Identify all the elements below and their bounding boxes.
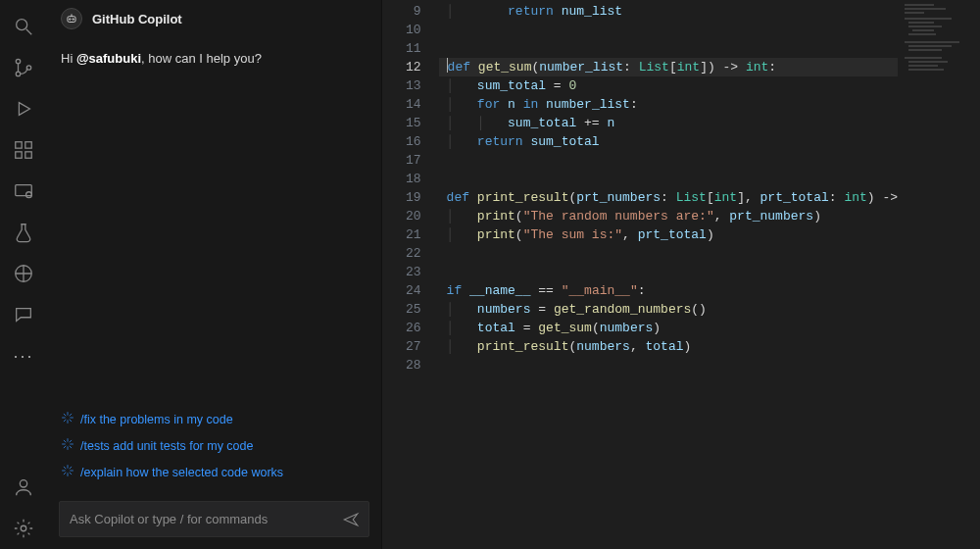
- extensions-icon[interactable]: [0, 129, 47, 171]
- code-line[interactable]: │ sum_total = 0: [439, 76, 898, 95]
- svg-line-1: [26, 29, 32, 35]
- copilot-suggestions: /fix the problems in my code/tests add u…: [47, 406, 381, 495]
- run-debug-icon[interactable]: [0, 88, 47, 129]
- svg-rect-8: [16, 152, 22, 158]
- line-number: 26: [382, 319, 439, 337]
- minimap-mark: [905, 57, 942, 59]
- greeting-pre: Hi: [61, 51, 76, 66]
- svg-rect-9: [25, 152, 31, 158]
- code-line[interactable]: def get_sum(number_list: List[int]) -> i…: [439, 58, 898, 76]
- copilot-title: GitHub Copilot: [92, 12, 182, 26]
- minimap-mark: [905, 4, 934, 6]
- minimap-mark: [908, 69, 944, 71]
- line-number: 18: [382, 170, 439, 188]
- suggestion-text: /fix the problems in my code: [80, 413, 233, 426]
- editor[interactable]: 910111213141516171819202122232425262728 …: [382, 0, 980, 549]
- code-line[interactable]: │ print("The random numbers are:", prt_n…: [439, 207, 898, 225]
- sparkle-icon: [61, 464, 74, 480]
- line-number: 24: [382, 281, 439, 300]
- copilot-suggestion[interactable]: /explain how the selected code works: [61, 459, 368, 485]
- copilot-input[interactable]: [60, 502, 333, 536]
- line-number: 15: [382, 114, 439, 132]
- line-number: 13: [382, 76, 439, 95]
- code-line[interactable]: │ return sum_total: [439, 132, 898, 151]
- minimap-mark: [905, 8, 946, 10]
- code-line[interactable]: │ return num_list: [439, 2, 898, 21]
- code-line[interactable]: [439, 356, 898, 374]
- code-line[interactable]: [439, 170, 898, 188]
- minimap-mark: [908, 25, 942, 27]
- suggestion-text: /explain how the selected code works: [80, 466, 283, 479]
- svg-point-11: [26, 192, 32, 198]
- svg-point-16: [69, 19, 71, 21]
- minimap-mark: [912, 29, 934, 31]
- minimap-mark: [908, 22, 934, 24]
- minimap-mark: [908, 49, 942, 51]
- code-line[interactable]: │ for n in number_list:: [439, 95, 898, 114]
- minimap[interactable]: [898, 0, 980, 549]
- search-icon[interactable]: [0, 6, 47, 47]
- accounts-icon[interactable]: [0, 467, 47, 508]
- send-icon[interactable]: [333, 511, 368, 528]
- sparkle-icon: [61, 437, 74, 454]
- copilot-robot-icon: [61, 8, 82, 29]
- svg-point-13: [20, 480, 26, 487]
- line-number: 9: [382, 2, 439, 21]
- code-line[interactable]: │ print("The sum is:", prt_total): [439, 225, 898, 244]
- line-number: 25: [382, 300, 439, 319]
- line-number: 21: [382, 225, 439, 244]
- suggestion-text: /tests add unit tests for my code: [80, 439, 253, 453]
- line-number-gutter: 910111213141516171819202122232425262728: [382, 0, 439, 549]
- code-line[interactable]: [439, 263, 898, 281]
- copilot-panel: GitHub Copilot Hi @safubuki, how can I h…: [47, 0, 382, 549]
- line-number: 19: [382, 188, 439, 207]
- line-number: 12: [382, 58, 439, 76]
- settings-gear-icon[interactable]: [0, 508, 47, 549]
- testing-icon[interactable]: [0, 212, 47, 253]
- copilot-input-row: [59, 501, 369, 537]
- code-line[interactable]: │ total = get_sum(numbers): [439, 319, 898, 337]
- minimap-mark: [905, 12, 924, 14]
- source-control-icon[interactable]: [0, 47, 47, 88]
- greeting-mention: @safubuki: [76, 51, 141, 66]
- minimap-mark: [905, 18, 952, 20]
- line-number: 28: [382, 356, 439, 374]
- copilot-suggestion[interactable]: /tests add unit tests for my code: [61, 432, 368, 459]
- svg-point-14: [21, 525, 26, 531]
- line-number: 16: [382, 132, 439, 151]
- minimap-mark: [908, 33, 936, 35]
- code-line[interactable]: [439, 244, 898, 263]
- code-line[interactable]: if __name__ == "__main__":: [439, 281, 898, 300]
- code-area[interactable]: │ return num_list def get_sum(number_lis…: [439, 0, 898, 549]
- line-number: 22: [382, 244, 439, 263]
- code-line[interactable]: [439, 21, 898, 39]
- svg-point-0: [17, 20, 27, 30]
- activity-bar: ···: [0, 0, 47, 549]
- svg-point-3: [16, 72, 20, 75]
- code-line[interactable]: │ numbers = get_random_numbers(): [439, 300, 898, 319]
- more-icon[interactable]: ···: [0, 335, 47, 376]
- svg-rect-6: [16, 142, 22, 148]
- chat-icon[interactable]: [0, 294, 47, 335]
- svg-rect-10: [16, 185, 32, 196]
- svg-marker-5: [19, 103, 29, 116]
- code-line[interactable]: [439, 39, 898, 58]
- line-number: 23: [382, 263, 439, 281]
- sparkle-icon: [61, 411, 74, 427]
- code-line[interactable]: │ │ sum_total += n: [439, 114, 898, 132]
- minimap-mark: [908, 61, 948, 63]
- line-number: 20: [382, 207, 439, 225]
- svg-point-17: [73, 19, 74, 21]
- line-number: 27: [382, 337, 439, 356]
- code-line[interactable]: def print_result(prt_numbers: List[int],…: [439, 188, 898, 207]
- svg-rect-7: [25, 142, 31, 148]
- copilot-suggestion[interactable]: /fix the problems in my code: [61, 406, 368, 432]
- greeting-post: , how can I help you?: [141, 51, 262, 66]
- code-line[interactable]: │ print_result(numbers, total): [439, 337, 898, 356]
- code-line[interactable]: [439, 151, 898, 170]
- minimap-mark: [908, 65, 938, 67]
- copilot-header: GitHub Copilot: [47, 0, 381, 35]
- line-number: 14: [382, 95, 439, 114]
- github-icon[interactable]: [0, 253, 47, 294]
- remote-explorer-icon[interactable]: [0, 171, 47, 212]
